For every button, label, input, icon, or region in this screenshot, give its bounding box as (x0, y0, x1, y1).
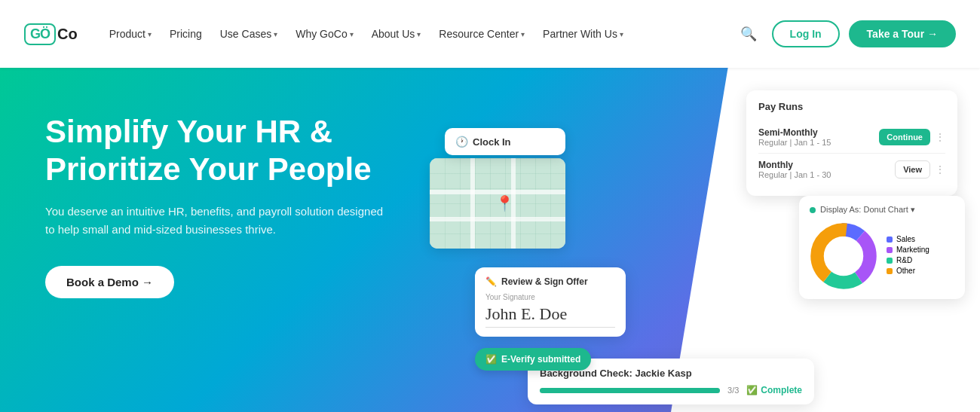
clockin-card: 🕐 Clock In (445, 128, 565, 155)
check-icon: ✅ (485, 354, 497, 365)
nav-why-goco[interactable]: Why GoCo ▾ (288, 23, 360, 44)
search-icon: 🔍 (740, 26, 757, 41)
donut-dot-icon (810, 207, 816, 213)
chevron-down-icon: ▾ (521, 30, 525, 38)
nav-product[interactable]: Product ▾ (102, 23, 159, 44)
donut-chart (810, 222, 877, 290)
chevron-down-icon: ▾ (417, 30, 421, 38)
payruns-card: Pay Runs Semi-Monthly Regular | Jan 1 - … (746, 90, 957, 196)
donut-legend: Sales Marketing R&D Other (887, 235, 929, 277)
nav-items: Product ▾ Pricing Use Cases ▾ Why GoCo ▾… (102, 23, 734, 44)
nav-resource[interactable]: Resource Center ▾ (431, 23, 532, 44)
check-circle-icon: ✅ (746, 385, 758, 395)
logo-box: GÖ (24, 23, 56, 45)
chevron-down-icon: ▾ (148, 30, 152, 38)
hero-section: Simplify Your HR &Prioritize Your People… (0, 68, 980, 412)
logo[interactable]: GÖ Co (24, 23, 78, 45)
payrun-row: Semi-Monthly Regular | Jan 1 - 15 Contin… (758, 121, 945, 154)
map-card: 📍 (430, 158, 565, 249)
nav-about[interactable]: About Us ▾ (364, 23, 429, 44)
clock-icon: 🕐 (455, 136, 468, 148)
view-button[interactable]: View (895, 160, 930, 179)
chevron-down-icon: ▾ (274, 30, 277, 38)
logo-co: Co (57, 26, 78, 43)
hero-content: Simplify Your HR &Prioritize Your People… (45, 113, 392, 298)
sign-offer-card: ✏️ Review & Sign Offer Your Signature Jo… (475, 267, 626, 337)
continue-button[interactable]: Continue (879, 129, 930, 145)
nav-pricing[interactable]: Pricing (162, 23, 210, 44)
search-button[interactable]: 🔍 (734, 23, 763, 45)
more-options-icon[interactable]: ⋮ (935, 163, 945, 175)
donut-chart-card: Display As: Donut Chart ▾ Sales (799, 196, 965, 299)
progress-bar (540, 388, 720, 393)
donut-header: Display As: Donut Chart ▾ (810, 205, 954, 215)
hero-subtitle: You deserve an intuitive HR, benefits, a… (45, 203, 392, 239)
chevron-down-icon: ▾ (620, 30, 623, 38)
navbar: GÖ Co Product ▾ Pricing Use Cases ▾ Why … (0, 0, 980, 68)
book-demo-button[interactable]: Book a Demo → (45, 266, 174, 298)
svg-point-4 (828, 241, 859, 271)
hero-title: Simplify Your HR &Prioritize Your People (45, 113, 392, 188)
complete-badge: ✅ Complete (746, 385, 802, 395)
nav-use-cases[interactable]: Use Cases ▾ (213, 23, 285, 44)
nav-partner[interactable]: Partner With Us ▾ (535, 23, 631, 44)
take-tour-button[interactable]: Take a Tour → (849, 20, 956, 47)
chevron-down-icon: ▾ (350, 30, 354, 38)
map-pin-icon: 📍 (495, 194, 514, 212)
everify-badge: ✅ E-Verify submitted (475, 348, 591, 371)
pencil-icon: ✏️ (485, 276, 497, 287)
login-button[interactable]: Log In (772, 20, 840, 47)
nav-actions: 🔍 Log In Take a Tour → (734, 20, 956, 47)
more-options-icon[interactable]: ⋮ (935, 131, 945, 143)
payrun-row: Monthly Regular | Jan 1 - 30 View ⋮ (758, 154, 945, 185)
